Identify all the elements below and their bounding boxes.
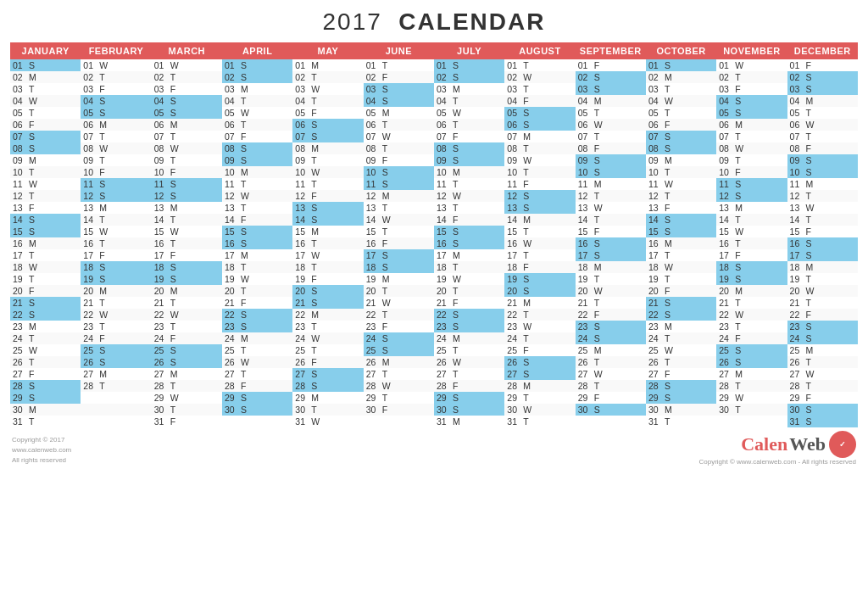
table-row [81,404,151,416]
table-row: 10 F [81,166,151,178]
table-row: 30 S [222,404,292,416]
table-row: 30 T [292,404,363,416]
table-row: 02 T [152,71,222,83]
table-row: 26 W [434,356,504,368]
table-row: 29 T [504,392,575,404]
table-row: 02 T [716,71,787,83]
table-row: 24 T [646,332,716,344]
table-row [222,416,292,427]
table-row: 04 F [504,95,575,107]
table-row: 28 M [504,380,575,392]
table-row: 24 F [152,332,222,344]
table-row: 01 F [787,59,858,71]
table-row: 14 T [81,214,151,226]
table-row: 17 F [716,249,787,261]
table-row: 26 S [716,356,787,368]
table-row: 10 S [787,166,858,178]
table-row: 08 T [504,142,575,154]
table-row: 19 S [504,273,575,285]
table-row: 08 W [716,142,787,154]
table-row: 03 T [646,83,716,95]
table-row: 08 S [646,142,716,154]
table-row: 22 F [787,309,858,321]
table-row: 30 T [152,404,222,416]
table-row: 27 T [364,368,434,380]
table-row: 14 T [716,214,787,226]
table-row: 28 S [10,380,81,392]
table-row: 13 T [364,202,434,214]
table-row: 16 T [292,237,363,249]
table-row: 31 W [292,416,363,427]
table-row: 17 W [292,249,363,261]
table-row: 24 T [10,332,81,344]
table-row: 28 S [646,380,716,392]
table-row: 02 T [81,71,151,83]
table-row: 04 S [81,95,151,107]
table-row: 30 F [364,404,434,416]
table-row: 20 W [787,285,858,297]
table-row: 21 S [292,297,363,309]
table-row: 22 W [716,309,787,321]
table-row: 02 W [504,71,575,83]
table-row: 22 S [646,309,716,321]
table-row: 18 T [292,261,363,273]
table-row: 18 S [81,261,151,273]
brand-icon: ✓ [829,431,856,458]
table-row: 03 M [434,83,504,95]
table-row: 27 W [576,368,646,380]
table-row: 07 T [787,131,858,142]
table-row: 02 M [10,71,81,83]
month-header-oct: OCTOBER [646,42,716,59]
table-row: 29 S [434,392,504,404]
table-row: 01 S [646,59,716,71]
table-row: 29 W [716,392,787,404]
table-row: 05 S [81,107,151,119]
table-row: 29 F [576,392,646,404]
table-row: 22 W [152,309,222,321]
table-row: 24 M [434,332,504,344]
table-row: 23 T [716,321,787,332]
table-row: 22 T [504,309,575,321]
table-row: 11 S [716,178,787,190]
table-row: 06 T [222,119,292,131]
table-row: 19 W [434,273,504,285]
table-row: 19 S [152,273,222,285]
table-row: 14 T [152,214,222,226]
table-row: 23 S [576,321,646,332]
month-header-aug: AUGUST [504,42,575,59]
table-row: 01 F [576,59,646,71]
table-row: 12 W [434,190,504,202]
table-row: 12 M [364,190,434,202]
table-row: 15 T [504,226,575,237]
table-row: 12 T [787,190,858,202]
table-row: 04 S [152,95,222,107]
table-row: 20 S [504,285,575,297]
table-row: 24 S [364,332,434,344]
table-row: 05 T [787,107,858,119]
table-row: 09 S [434,154,504,166]
table-row: 06 F [10,119,81,131]
table-row: 05 F [292,107,363,119]
table-row: 10 F [152,166,222,178]
table-row: 21 F [222,297,292,309]
table-row: 13 F [10,202,81,214]
table-row: 12 T [10,190,81,202]
table-row: 16 W [504,237,575,249]
table-row: 06 S [504,119,575,131]
table-row: 09 S [787,154,858,166]
table-row: 17 T [10,249,81,261]
table-row: 14 S [10,214,81,226]
table-row: 01 W [152,59,222,71]
table-row: 23 M [646,321,716,332]
month-header-may: MAY [292,42,363,59]
table-row: 10 T [10,166,81,178]
table-row: 13 M [152,202,222,214]
table-row: 01 S [434,59,504,71]
table-row: 03 M [222,83,292,95]
table-row: 05 S [716,107,787,119]
table-row: 15 T [364,226,434,237]
table-row: 25 S [364,344,434,356]
table-row: 05 T [646,107,716,119]
table-row: 02 S [434,71,504,83]
table-row: 01 S [10,59,81,71]
